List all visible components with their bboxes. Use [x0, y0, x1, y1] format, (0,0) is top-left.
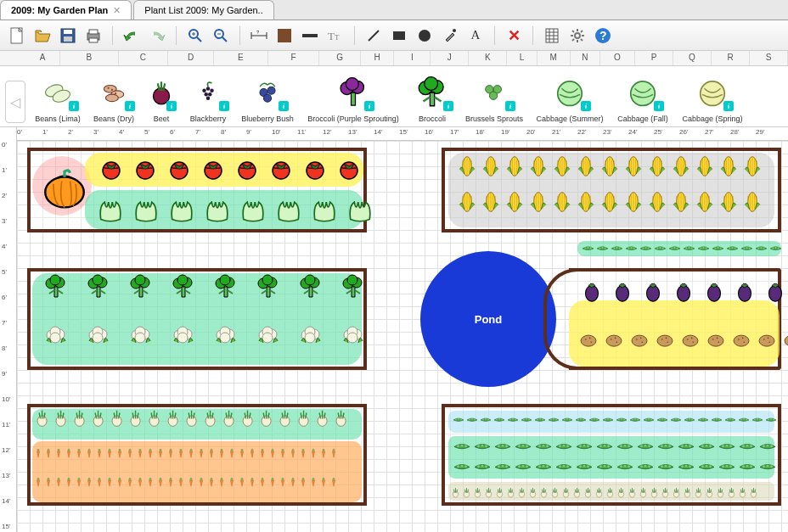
plant-instance[interactable]: [550, 188, 574, 216]
plant-instance[interactable]: [80, 322, 117, 350]
plant-instance[interactable]: [455, 188, 479, 216]
plant-instance[interactable]: [603, 326, 625, 353]
plant-instance[interactable]: [56, 470, 66, 494]
palette-item-broccoli-purple[interactable]: iBroccoli (Purple Sprouting): [302, 72, 404, 123]
plant-instance[interactable]: [148, 406, 166, 429]
plant-instance[interactable]: [574, 153, 598, 180]
settings-button[interactable]: [567, 25, 588, 46]
plant-instance[interactable]: [168, 470, 178, 494]
plant-instance[interactable]: [628, 326, 650, 353]
plant-instance[interactable]: [503, 153, 526, 180]
info-badge[interactable]: i: [723, 101, 734, 111]
plant-instance[interactable]: [219, 441, 229, 465]
plant-instance[interactable]: [781, 326, 788, 353]
plant-row-lettuce[interactable]: [95, 190, 375, 226]
plant-instance[interactable]: [606, 480, 617, 504]
plant-instance[interactable]: [635, 456, 656, 480]
plant-instance[interactable]: [696, 238, 711, 261]
palette-item-beans-dry[interactable]: iBeans (Dry): [88, 72, 139, 123]
plant-instance[interactable]: [250, 441, 260, 465]
plant-instance[interactable]: [656, 456, 676, 480]
plant-instance[interactable]: [239, 470, 250, 494]
plant-instance[interactable]: [36, 441, 46, 465]
plant-instance[interactable]: [598, 153, 622, 180]
info-badge[interactable]: i: [219, 101, 229, 111]
info-badge[interactable]: i: [279, 101, 289, 111]
plant-instance[interactable]: [737, 409, 751, 433]
plant-instance[interactable]: [311, 470, 321, 494]
plant-instance[interactable]: [693, 188, 717, 216]
plant-instance[interactable]: [601, 409, 615, 433]
plant-instance[interactable]: [127, 470, 138, 494]
paint-button[interactable]: [440, 25, 460, 46]
plant-instance[interactable]: [622, 153, 645, 180]
text-tool-button[interactable]: A: [465, 25, 486, 46]
plant-instance[interactable]: [485, 480, 496, 504]
plant-instance[interactable]: [479, 153, 503, 180]
plant-instance[interactable]: [204, 406, 222, 429]
plant-instance[interactable]: [628, 480, 639, 504]
plant-instance[interactable]: [335, 406, 353, 429]
plant-instance[interactable]: [639, 480, 650, 504]
plant-instance[interactable]: [526, 153, 550, 180]
plant-instance[interactable]: [661, 480, 673, 504]
plant-instance[interactable]: [76, 441, 87, 465]
plant-instance[interactable]: [239, 441, 250, 465]
plant-instance[interactable]: [667, 238, 682, 261]
plant-instance[interactable]: [37, 273, 75, 300]
plant-instance[interactable]: [756, 326, 778, 353]
plant-instance[interactable]: [669, 188, 693, 216]
plant-instance[interactable]: [37, 322, 75, 350]
plant-instance[interactable]: [673, 480, 684, 504]
plant-instance[interactable]: [260, 470, 270, 494]
plant-instance[interactable]: [178, 470, 189, 494]
plant-instance[interactable]: [280, 470, 290, 494]
palette-item-beans-lima[interactable]: iBeans (Lima): [31, 72, 85, 123]
plant-instance[interactable]: [682, 238, 696, 261]
plant-instance[interactable]: [529, 480, 540, 504]
plant-instance[interactable]: [584, 480, 595, 504]
plant-instance[interactable]: [80, 273, 117, 300]
plant-instance[interactable]: [463, 480, 474, 504]
plant-instance[interactable]: [669, 153, 693, 180]
plant-instance[interactable]: [219, 470, 229, 494]
open-button[interactable]: [32, 25, 53, 46]
plant-row-broccoli[interactable]: [37, 273, 372, 300]
plant-instance[interactable]: [706, 480, 717, 504]
plant-instance[interactable]: [763, 277, 788, 304]
plant-instance[interactable]: [671, 277, 696, 304]
palette-item-broccoli[interactable]: iBroccoli: [408, 72, 457, 123]
plant-instance[interactable]: [73, 406, 92, 429]
plant-instance[interactable]: [595, 480, 606, 504]
plant-instance[interactable]: [452, 480, 463, 504]
plant-instance[interactable]: [148, 470, 158, 494]
undo-button[interactable]: [121, 25, 142, 46]
plant-instance[interactable]: [185, 406, 204, 429]
info-badge[interactable]: i: [69, 101, 79, 111]
plant-instance[interactable]: [107, 470, 117, 494]
plant-instance[interactable]: [645, 153, 669, 180]
plant-instance[interactable]: [290, 441, 301, 465]
info-badge[interactable]: i: [654, 101, 664, 111]
plant-instance[interactable]: [472, 456, 492, 480]
plant-instance[interactable]: [540, 480, 551, 504]
plant-instance[interactable]: [250, 273, 287, 300]
plant-instance[interactable]: [550, 153, 574, 180]
plant-instance[interactable]: [764, 409, 778, 433]
tab-garden-plan[interactable]: 2009: My Garden Plan ✕: [0, 0, 132, 20]
plant-instance[interactable]: [717, 188, 740, 216]
plant-instance[interactable]: [513, 456, 533, 480]
plant-instance[interactable]: [260, 406, 279, 429]
plant-instance[interactable]: [595, 238, 610, 261]
plant-instance[interactable]: [335, 322, 372, 350]
plant-instance[interactable]: [97, 441, 107, 465]
plant-row-corn[interactable]: [455, 153, 764, 180]
fill-color-button[interactable]: [274, 25, 295, 46]
plant-instance[interactable]: [588, 409, 601, 433]
plant-instance[interactable]: [222, 406, 241, 429]
plant-instance[interactable]: [165, 273, 202, 300]
plant-instance[interactable]: [503, 188, 526, 216]
plant-instance[interactable]: [331, 470, 341, 494]
plant-instance[interactable]: [479, 188, 503, 216]
plant-instance[interactable]: [290, 470, 301, 494]
